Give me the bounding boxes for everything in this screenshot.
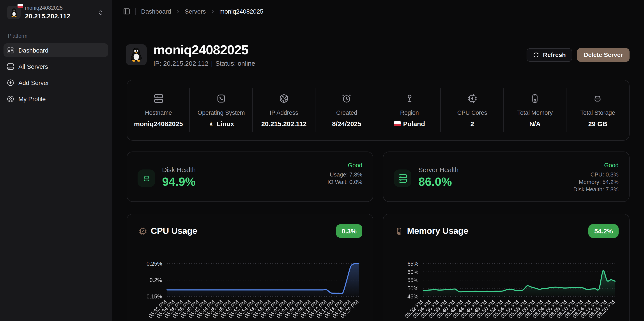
tux-penguin-icon bbox=[128, 47, 144, 62]
server-selector-ip: 20.215.202.112 bbox=[25, 12, 93, 20]
server-dashboard-page: moniq24082025 20.215.202.112 Platform Da… bbox=[0, 0, 644, 321]
svg-text:60%: 60% bbox=[408, 269, 418, 275]
svg-text:0.15%: 0.15% bbox=[146, 294, 162, 300]
poland-flag-icon bbox=[18, 4, 23, 8]
panel-left-icon bbox=[123, 8, 130, 15]
server-icon bbox=[394, 170, 411, 187]
server-disk-detail: Disk Health: 7.3% bbox=[573, 186, 618, 193]
svg-text:45%: 45% bbox=[408, 294, 418, 300]
chevrons-up-down-icon bbox=[98, 10, 104, 16]
main-content: Dashboard Servers moniq24082025 moniq240… bbox=[112, 0, 644, 321]
server-avatar bbox=[7, 6, 20, 19]
page-subtitle: IP: 20.215.202.112|Status: online bbox=[153, 60, 527, 67]
disk-health-status: Good bbox=[328, 162, 362, 169]
info-total-storage: Total Storage 29 GB bbox=[566, 87, 629, 133]
sidebar-nav: Dashboard All Servers Add Server My Prof… bbox=[4, 43, 108, 106]
info-region: Region Poland bbox=[378, 87, 441, 133]
breadcrumb-current: moniq24082025 bbox=[219, 8, 263, 15]
sidebar-item-label: Dashboard bbox=[18, 47, 48, 54]
server-health-value: 86.0% bbox=[418, 175, 458, 189]
sidebar-toggle-button[interactable] bbox=[123, 8, 130, 15]
sidebar-item-label: My Profile bbox=[18, 95, 46, 102]
info-created: Created 8/24/2025 bbox=[316, 87, 378, 133]
disk-iowait-detail: IO Wait: 0.0% bbox=[328, 178, 362, 186]
hard-drive-icon bbox=[138, 170, 155, 187]
server-health-title: Server Health bbox=[418, 166, 458, 174]
server-icon bbox=[154, 93, 163, 104]
cpu-usage-chart: 0.25%0.2%0.15%05:32 PM05:34 PM05:36 PM05… bbox=[127, 214, 373, 321]
server-memory-detail: Memory: 54.2% bbox=[573, 178, 618, 186]
info-total-memory: Total Memory N/A bbox=[504, 87, 566, 133]
cpu-usage-card: 0.25%0.2%0.15%05:32 PM05:34 PM05:36 PM05… bbox=[126, 214, 373, 321]
sidebar-item-dashboard[interactable]: Dashboard bbox=[4, 43, 108, 57]
svg-text:65%: 65% bbox=[408, 260, 418, 267]
page-header: moniq24082025 IP: 20.215.202.112|Status:… bbox=[126, 42, 630, 67]
tux-penguin-icon bbox=[208, 120, 214, 126]
poland-flag-icon bbox=[394, 121, 401, 126]
disk-health-card: Disk Health 94.9% Good Usage: 7.3% IO Wa… bbox=[126, 152, 373, 202]
server-health-card: Server Health 86.0% Good CPU: 0.3% Memor… bbox=[383, 152, 630, 202]
sidebar-section-label: Platform bbox=[8, 33, 108, 39]
svg-text:50%: 50% bbox=[408, 285, 418, 292]
layout-dashboard-icon bbox=[7, 47, 14, 54]
topbar-divider bbox=[135, 8, 136, 15]
square-terminal-icon bbox=[216, 93, 226, 104]
info-operating-system: Operating System Linux bbox=[190, 87, 253, 133]
topbar: Dashboard Servers moniq24082025 bbox=[112, 0, 644, 23]
server-health-status: Good bbox=[573, 162, 618, 169]
server-selector[interactable]: moniq24082025 20.215.202.112 bbox=[4, 4, 108, 22]
info-hostname: Hostname moniq24082025 bbox=[127, 87, 190, 133]
map-pin-icon bbox=[404, 93, 414, 104]
breadcrumb: Dashboard Servers moniq24082025 bbox=[141, 8, 263, 15]
circle-user-icon bbox=[7, 95, 14, 102]
disk-health-value: 94.9% bbox=[162, 175, 196, 189]
sidebar-item-label: Add Server bbox=[18, 79, 49, 86]
chevron-right-icon bbox=[175, 8, 181, 14]
cpu-icon bbox=[468, 93, 477, 104]
charts-row: 0.25%0.2%0.15%05:32 PM05:34 PM05:36 PM05… bbox=[126, 214, 630, 321]
globe-icon bbox=[279, 93, 289, 104]
delete-server-button[interactable]: Delete Server bbox=[577, 48, 630, 62]
memory-usage-card: 65%60%55%50%45%05:32 PM05:34 PM05:36 PM0… bbox=[383, 214, 630, 321]
svg-text:0.2%: 0.2% bbox=[150, 277, 162, 283]
server-os-avatar bbox=[126, 44, 147, 65]
memory-stick-icon bbox=[530, 93, 540, 104]
sidebar: moniq24082025 20.215.202.112 Platform Da… bbox=[0, 0, 112, 321]
sidebar-item-all-servers[interactable]: All Servers bbox=[4, 60, 108, 73]
breadcrumb-servers[interactable]: Servers bbox=[185, 8, 206, 15]
server-selector-name: moniq24082025 bbox=[25, 5, 93, 12]
circle-plus-icon bbox=[7, 79, 14, 86]
alarm-clock-icon bbox=[342, 93, 352, 104]
server-cpu-detail: CPU: 0.3% bbox=[573, 171, 618, 178]
sidebar-item-label: All Servers bbox=[18, 63, 48, 70]
hard-drive-icon bbox=[593, 93, 602, 104]
info-cpu-cores: CPU Cores 2 bbox=[441, 87, 504, 133]
server-icon bbox=[7, 63, 14, 70]
tux-penguin-icon bbox=[9, 8, 18, 17]
breadcrumb-dashboard[interactable]: Dashboard bbox=[141, 8, 171, 15]
disk-usage-detail: Usage: 7.3% bbox=[328, 171, 362, 178]
sidebar-item-add-server[interactable]: Add Server bbox=[4, 76, 108, 89]
chevron-right-icon bbox=[210, 8, 215, 14]
page-title: moniq24082025 bbox=[153, 42, 527, 57]
memory-usage-chart: 65%60%55%50%45%05:32 PM05:34 PM05:36 PM0… bbox=[383, 214, 630, 321]
disk-health-title: Disk Health bbox=[162, 166, 196, 174]
svg-text:0.25%: 0.25% bbox=[146, 260, 162, 267]
refresh-button[interactable]: Refresh bbox=[527, 48, 572, 62]
server-info-card: Hostname moniq24082025 Operating System … bbox=[126, 80, 630, 140]
refresh-icon bbox=[534, 52, 539, 58]
info-ip-address: IP Address 20.215.202.112 bbox=[252, 87, 316, 133]
health-cards-row: Disk Health 94.9% Good Usage: 7.3% IO Wa… bbox=[126, 152, 630, 202]
svg-text:55%: 55% bbox=[408, 277, 418, 283]
sidebar-item-my-profile[interactable]: My Profile bbox=[4, 92, 108, 106]
